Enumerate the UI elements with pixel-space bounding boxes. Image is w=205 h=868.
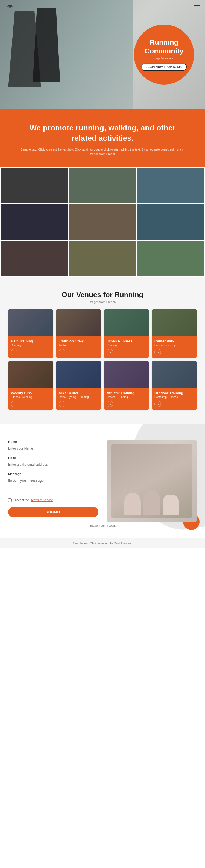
hero-circle: Running Community Image from Freepik BEG… (134, 25, 194, 85)
venue-info-7: Athletik Training Fitness · Running → (104, 388, 149, 410)
venue-category-5: Fitness · Running (11, 396, 51, 399)
venue-info-1: BTC Training Running → (8, 336, 53, 358)
venue-category-3: Running (107, 344, 146, 347)
venue-card-8[interactable]: Outdoor Training Bootcamp · Fitness → (152, 361, 197, 410)
venue-arrow-1[interactable]: → (11, 349, 18, 355)
venue-image-8 (152, 361, 197, 388)
venue-arrow-8[interactable]: → (154, 401, 161, 407)
venue-info-8: Outdoor Training Bootcamp · Fitness → (152, 388, 197, 410)
photo-cell-2 (69, 168, 136, 204)
promo-sample-text: Sample text. Click to select the text bo… (17, 147, 188, 156)
venue-category-4: Fitness · Running (154, 344, 194, 347)
tos-checkbox-row: I accept the Terms of Service (8, 498, 98, 502)
venue-card-2[interactable]: Triathlon Crew Triaton → (56, 309, 101, 358)
venue-info-5: Weekly runs Fitness · Running → (8, 388, 53, 410)
venue-category-6: Indoor Cycling · Running (59, 396, 98, 399)
photo-cell-3 (137, 168, 204, 204)
photo-cell-6 (137, 204, 204, 240)
promo-heading: We promote running, walking, and other r… (17, 123, 188, 144)
footer-note: Sample text. Click to select the Text El… (0, 538, 205, 548)
venue-image-5 (8, 361, 53, 388)
venue-name-4: Center Park (154, 339, 194, 343)
hamburger-menu[interactable] (194, 4, 200, 7)
email-label: Email (8, 456, 98, 460)
logo: logo (5, 3, 14, 8)
name-input[interactable] (8, 445, 98, 452)
venue-name-6: Nike Center (59, 391, 98, 395)
venue-arrow-5[interactable]: → (11, 401, 18, 407)
freepik-link[interactable]: Freepik (106, 152, 117, 155)
venue-info-6: Nike Center Indoor Cycling · Running → (56, 388, 101, 410)
venue-name-7: Athletik Training (107, 391, 146, 395)
venue-arrow-4[interactable]: → (154, 349, 161, 355)
venue-card-7[interactable]: Athletik Training Fitness · Running → (104, 361, 149, 410)
venue-category-7: Fitness · Running (107, 396, 146, 399)
venue-image-1 (8, 309, 53, 336)
tos-text: I accept the (14, 498, 29, 502)
message-field-group: Message (8, 472, 98, 495)
venue-category-8: Bootcamp · Fitness (154, 396, 194, 399)
name-field-group: Name (8, 440, 98, 452)
venue-image-3 (104, 309, 149, 336)
hero-cta-button[interactable]: BEGIN NOW FROM $24,00 (141, 63, 187, 71)
contact-section: Name Email Message I accept the Terms of… (0, 424, 205, 538)
venues-section: Our Venues for Running Images from Freep… (0, 277, 205, 424)
venue-card-4[interactable]: Center Park Fitness · Running → (152, 309, 197, 358)
venue-info-2: Triathlon Crew Triaton → (56, 336, 101, 358)
venue-name-1: BTC Training (11, 339, 51, 343)
photo-grid (0, 167, 205, 277)
venue-arrow-6[interactable]: → (59, 401, 65, 407)
promo-section: We promote running, walking, and other r… (0, 109, 205, 167)
contact-photo (107, 440, 197, 522)
venue-arrow-7[interactable]: → (107, 401, 113, 407)
photo-cell-4 (1, 204, 68, 240)
name-label: Name (8, 440, 98, 444)
venue-image-7 (104, 361, 149, 388)
photo-cell-9 (137, 241, 204, 276)
photo-cell-8 (69, 241, 136, 276)
message-textarea[interactable] (8, 477, 98, 493)
photo-cell-5 (69, 204, 136, 240)
email-input[interactable] (8, 461, 98, 468)
venue-image-4 (152, 309, 197, 336)
message-label: Message (8, 472, 98, 476)
tos-checkbox[interactable] (8, 498, 12, 502)
venue-name-8: Outdoor Training (154, 391, 194, 395)
venue-name-2: Triathlon Crew (59, 339, 98, 343)
venue-card-1[interactable]: BTC Training Running → (8, 309, 53, 358)
hero-title: Running Community (145, 38, 184, 55)
venue-category-2: Triaton (59, 344, 98, 347)
venue-arrow-2[interactable]: → (59, 349, 65, 355)
venue-name-3: Urban Runners (107, 339, 146, 343)
venue-image-6 (56, 361, 101, 388)
photo-cell-7 (1, 241, 68, 276)
venues-heading: Our Venues for Running (8, 290, 197, 299)
submit-button[interactable]: SUBMIT (8, 507, 98, 518)
venue-card-6[interactable]: Nike Center Indoor Cycling · Running → (56, 361, 101, 410)
venue-name-5: Weekly runs (11, 391, 51, 395)
contact-inner: Name Email Message I accept the Terms of… (8, 440, 197, 522)
contact-image-side (107, 440, 197, 522)
contact-form-side: Name Email Message I accept the Terms of… (8, 440, 98, 522)
header: logo (0, 0, 205, 11)
venue-card-3[interactable]: Urban Runners Running → (104, 309, 149, 358)
venue-info-3: Urban Runners Running → (104, 336, 149, 358)
venue-category-1: Running (11, 344, 51, 347)
venues-image-note: Images from Freepik (8, 300, 197, 304)
venues-grid: BTC Training Running → Triathlon Crew Tr… (8, 309, 197, 410)
email-field-group: Email (8, 456, 98, 468)
hero-section: Running Community Image from Freepik BEG… (0, 0, 205, 109)
venue-arrow-3[interactable]: → (107, 349, 113, 355)
venue-info-4: Center Park Fitness · Running → (152, 336, 197, 358)
photo-cell-1 (1, 168, 68, 204)
venue-image-2 (56, 309, 101, 336)
tos-link[interactable]: Terms of Service (31, 498, 53, 502)
venue-card-5[interactable]: Weekly runs Fitness · Running → (8, 361, 53, 410)
hero-image-credit: Image from Freepik (153, 57, 175, 60)
